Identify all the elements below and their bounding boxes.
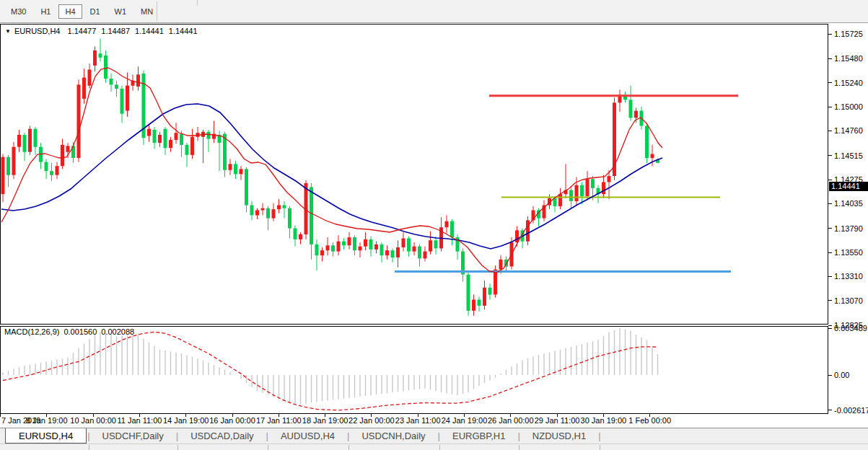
ohlc-high: 1.14487 [101, 27, 130, 35]
svg-text:18 Jan 19:00: 18 Jan 19:00 [302, 416, 348, 425]
symbol-ohlc-label: ▼EURUSD,H41.144771.144871.144411.14441 [5, 27, 198, 35]
svg-text:0.003489: 0.003489 [834, 324, 867, 332]
current-price-badge: 1.14441 [829, 182, 868, 191]
strip-mark [519, 445, 520, 450]
timeframe-button-h4[interactable]: H4 [58, 4, 82, 19]
svg-text:1.13790: 1.13790 [834, 224, 863, 233]
bottom-strip [0, 444, 868, 450]
strip-mark [348, 445, 349, 450]
toolbar-separator [157, 1, 157, 22]
svg-text:16 Jan 00:00: 16 Jan 00:00 [209, 416, 255, 425]
macd-value: 0.001560 [63, 327, 97, 336]
svg-text:1.15725: 1.15725 [834, 30, 863, 38]
svg-text:26 Jan 00:00: 26 Jan 00:00 [488, 416, 534, 425]
svg-text:11 Jan 11:00: 11 Jan 11:00 [117, 416, 162, 425]
timeframe-button-mn[interactable]: MN [134, 4, 159, 19]
macd-signal-value: 0.002088 [101, 327, 134, 336]
svg-text:1.15480: 1.15480 [834, 54, 863, 63]
timeframe-button-w1[interactable]: W1 [108, 4, 133, 19]
chart-tabs-bar: EURUSD,H4|USDCHF,Daily|USDCAD,Daily|AUDU… [0, 428, 868, 444]
strip-mark [177, 445, 178, 450]
svg-text:10 Jan 00:00: 10 Jan 00:00 [70, 416, 116, 425]
chart-window[interactable]: 1.157251.154801.152401.150001.147601.145… [0, 24, 868, 427]
ohlc-open: 1.14477 [68, 27, 97, 35]
timeframe-button-h1[interactable]: H1 [34, 4, 57, 19]
svg-text:-0.002617: -0.002617 [834, 406, 868, 415]
macd-axis[interactable]: 0.0034890.00-0.002617 [828, 324, 868, 415]
chart-frames [1, 25, 828, 414]
price-axis[interactable]: 1.157251.154801.152401.150001.147601.145… [828, 30, 863, 330]
svg-text:1.14760: 1.14760 [834, 126, 863, 135]
chart-canvas[interactable]: 1.157251.154801.152401.150001.147601.145… [0, 24, 868, 427]
tab-separator: | [597, 428, 601, 444]
svg-text:1.14515: 1.14515 [834, 151, 863, 160]
dropdown-arrow-icon: ▼ [5, 28, 11, 35]
chart-tab-usdcad-daily[interactable]: USDCAD,Daily [179, 428, 265, 444]
svg-text:1.13070: 1.13070 [834, 296, 863, 305]
symbol-name: EURUSD,H4 [14, 27, 61, 35]
timeframe-button-m30[interactable]: M30 [4, 4, 32, 19]
svg-text:0.00: 0.00 [834, 371, 849, 379]
ohlc-close: 1.14441 [169, 27, 198, 35]
svg-text:1.14035: 1.14035 [834, 199, 863, 208]
timeframe-toolbar: M30H1H4D1W1MN [0, 0, 868, 23]
strip-mark [600, 445, 600, 450]
macd-indicator-label: MACD(12,26,9)0.0015600.002088 [4, 327, 134, 336]
svg-text:1.15240: 1.15240 [834, 79, 863, 87]
svg-text:22 Jan 00:00: 22 Jan 00:00 [348, 416, 395, 425]
svg-text:30 Jan 19:00: 30 Jan 19:00 [581, 416, 627, 425]
svg-text:1.15000: 1.15000 [834, 102, 863, 111]
toolbar-separator [197, 0, 198, 6]
svg-text:1.13310: 1.13310 [834, 272, 863, 281]
strip-mark [268, 445, 268, 450]
chart-tab-nzdusd-h1[interactable]: NZDUSD,H1 [521, 428, 597, 444]
macd-name: MACD(12,26,9) [4, 327, 59, 336]
svg-text:1.13550: 1.13550 [834, 248, 863, 257]
time-axis[interactable]: 7 Jan 20198 Jan 19:0010 Jan 00:0011 Jan … [1, 414, 672, 425]
chart-tab-eurusd-h4[interactable]: EURUSD,H4 [5, 428, 87, 444]
timeframe-button-d1[interactable]: D1 [84, 4, 107, 19]
svg-text:24 Jan 19:00: 24 Jan 19:00 [442, 416, 488, 425]
svg-text:8 Jan 19:00: 8 Jan 19:00 [26, 416, 68, 425]
svg-text:14 Jan 19:00: 14 Jan 19:00 [163, 416, 209, 425]
svg-text:29 Jan 11:00: 29 Jan 11:00 [535, 416, 580, 425]
chart-tab-usdcnh-daily[interactable]: USDCNH,Daily [350, 428, 437, 444]
chart-tab-audusd-h4[interactable]: AUDUSD,H4 [269, 428, 346, 444]
chart-tab-usdchf-daily[interactable]: USDCHF,Daily [91, 428, 175, 444]
strip-mark [439, 445, 440, 450]
ohlc-low: 1.14441 [135, 27, 164, 35]
chart-tab-eurgbp-h1[interactable]: EURGBP,H1 [441, 428, 517, 444]
svg-text:17 Jan 11:00: 17 Jan 11:00 [256, 416, 302, 425]
strip-mark [89, 445, 89, 450]
svg-text:23 Jan 11:00: 23 Jan 11:00 [395, 416, 441, 425]
svg-text:1 Feb 00:00: 1 Feb 00:00 [628, 416, 671, 425]
